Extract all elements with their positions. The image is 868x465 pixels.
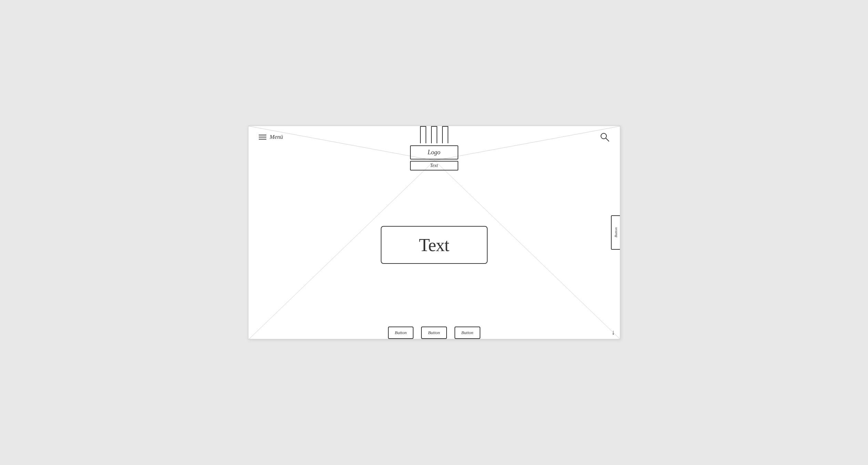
header-area: Logo Text (400, 126, 469, 170)
down-arrow-button[interactable]: ↓ (612, 328, 615, 336)
hero-text: Text (419, 235, 449, 255)
menu-button[interactable]: Menü (259, 134, 283, 141)
bottom-button-2[interactable]: Button (421, 327, 447, 339)
logo-box: Logo (410, 145, 458, 159)
logo-text-box: Text (410, 161, 458, 170)
logo-top-decoration (420, 126, 448, 143)
side-button-label: Button (614, 227, 618, 237)
logo-line-2 (431, 126, 437, 143)
search-icon[interactable] (600, 132, 610, 142)
menu-label: Menü (270, 134, 283, 141)
side-button[interactable]: Button (611, 215, 620, 250)
bottom-button-3[interactable]: Button (455, 327, 480, 339)
logo-line-1 (420, 126, 426, 143)
svg-line-5 (606, 138, 609, 141)
bottom-button-1[interactable]: Button (388, 327, 413, 339)
hamburger-icon (259, 135, 266, 140)
wireframe-frame: Menü Logo Text Text Button Button Button… (248, 126, 620, 339)
bottom-buttons-group: Button Button Button (388, 327, 480, 339)
hero-text-container: Text (381, 226, 488, 264)
logo-line-3 (442, 126, 448, 143)
